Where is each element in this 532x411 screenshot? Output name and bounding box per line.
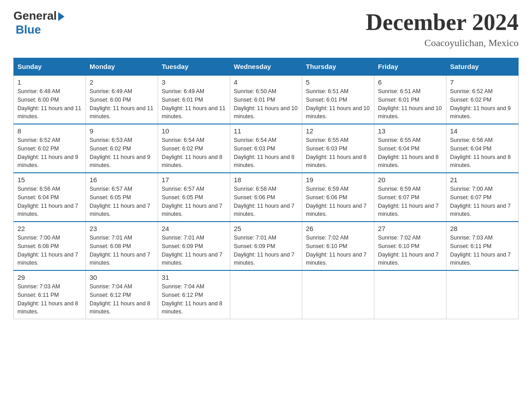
day-number: 16: [90, 176, 154, 184]
calendar-cell: 17Sunrise: 6:57 AMSunset: 6:05 PMDayligh…: [158, 173, 230, 222]
day-info: Sunrise: 7:00 AMSunset: 6:08 PMDaylight:…: [17, 234, 82, 267]
calendar-table: SundayMondayTuesdayWednesdayThursdayFrid…: [13, 58, 519, 319]
day-info: Sunrise: 7:01 AMSunset: 6:09 PMDaylight:…: [162, 234, 226, 267]
day-info: Sunrise: 6:53 AMSunset: 6:02 PMDaylight:…: [90, 136, 154, 170]
calendar-cell: 12Sunrise: 6:55 AMSunset: 6:03 PMDayligh…: [302, 124, 374, 173]
day-number: 14: [450, 127, 515, 135]
calendar-week-row: 29Sunrise: 7:03 AMSunset: 6:11 PMDayligh…: [14, 270, 519, 319]
day-number: 18: [234, 176, 298, 184]
location-subtitle: Coacoyulichan, Mexico: [366, 37, 519, 49]
day-number: 20: [378, 176, 442, 184]
day-number: 7: [450, 78, 515, 86]
column-header-saturday: Saturday: [446, 58, 519, 76]
day-info: Sunrise: 7:01 AMSunset: 6:08 PMDaylight:…: [90, 234, 154, 267]
day-number: 9: [90, 127, 154, 135]
calendar-week-row: 15Sunrise: 6:56 AMSunset: 6:04 PMDayligh…: [14, 173, 519, 222]
day-info: Sunrise: 6:51 AMSunset: 6:01 PMDaylight:…: [306, 87, 370, 121]
day-info: Sunrise: 6:57 AMSunset: 6:05 PMDaylight:…: [162, 185, 226, 218]
logo: General Blue: [13, 9, 64, 37]
calendar-cell: 1Sunrise: 6:48 AMSunset: 6:00 PMDaylight…: [14, 75, 86, 124]
main-title: December 2024: [366, 9, 519, 35]
day-info: Sunrise: 6:59 AMSunset: 6:07 PMDaylight:…: [378, 185, 442, 218]
calendar-cell: [302, 270, 374, 319]
logo-arrow-icon: [58, 12, 64, 21]
calendar-cell: 19Sunrise: 6:59 AMSunset: 6:06 PMDayligh…: [302, 173, 374, 222]
day-info: Sunrise: 7:01 AMSunset: 6:09 PMDaylight:…: [234, 234, 298, 267]
day-info: Sunrise: 6:54 AMSunset: 6:03 PMDaylight:…: [234, 136, 298, 170]
day-number: 2: [90, 78, 154, 86]
calendar-cell: 3Sunrise: 6:49 AMSunset: 6:01 PMDaylight…: [158, 75, 230, 124]
calendar-week-row: 22Sunrise: 7:00 AMSunset: 6:08 PMDayligh…: [14, 222, 519, 270]
day-number: 26: [306, 225, 370, 232]
column-header-monday: Monday: [86, 58, 158, 76]
calendar-cell: 15Sunrise: 6:56 AMSunset: 6:04 PMDayligh…: [14, 173, 86, 222]
day-number: 17: [162, 176, 226, 184]
calendar-cell: 21Sunrise: 7:00 AMSunset: 6:07 PMDayligh…: [446, 173, 519, 222]
day-number: 29: [17, 274, 82, 281]
calendar-week-row: 1Sunrise: 6:48 AMSunset: 6:00 PMDaylight…: [14, 75, 519, 124]
day-info: Sunrise: 7:04 AMSunset: 6:12 PMDaylight:…: [162, 283, 226, 316]
logo-blue-text: Blue: [16, 23, 41, 37]
day-info: Sunrise: 6:50 AMSunset: 6:01 PMDaylight:…: [234, 87, 298, 121]
day-info: Sunrise: 6:56 AMSunset: 6:04 PMDaylight:…: [450, 136, 515, 170]
calendar-cell: [446, 270, 519, 319]
day-number: 8: [17, 127, 82, 135]
column-header-tuesday: Tuesday: [158, 58, 230, 76]
day-number: 15: [17, 176, 82, 184]
calendar-cell: 6Sunrise: 6:51 AMSunset: 6:01 PMDaylight…: [374, 75, 446, 124]
day-number: 22: [17, 225, 82, 232]
day-info: Sunrise: 6:55 AMSunset: 6:03 PMDaylight:…: [306, 136, 370, 170]
calendar-cell: 11Sunrise: 6:54 AMSunset: 6:03 PMDayligh…: [230, 124, 302, 173]
day-number: 25: [234, 225, 298, 232]
day-number: 21: [450, 176, 515, 184]
day-info: Sunrise: 7:00 AMSunset: 6:07 PMDaylight:…: [450, 185, 515, 218]
column-header-friday: Friday: [374, 58, 446, 76]
calendar-cell: 30Sunrise: 7:04 AMSunset: 6:12 PMDayligh…: [86, 270, 158, 319]
calendar-cell: 8Sunrise: 6:52 AMSunset: 6:02 PMDaylight…: [14, 124, 86, 173]
calendar-cell: 9Sunrise: 6:53 AMSunset: 6:02 PMDaylight…: [86, 124, 158, 173]
day-info: Sunrise: 6:56 AMSunset: 6:04 PMDaylight:…: [17, 185, 82, 218]
day-info: Sunrise: 6:59 AMSunset: 6:06 PMDaylight:…: [306, 185, 370, 218]
calendar-cell: 25Sunrise: 7:01 AMSunset: 6:09 PMDayligh…: [230, 222, 302, 270]
day-number: 10: [162, 127, 226, 135]
page-header: General Blue December 2024 Coacoyulichan…: [13, 9, 519, 49]
day-number: 27: [378, 225, 442, 232]
day-number: 11: [234, 127, 298, 135]
day-number: 13: [378, 127, 442, 135]
calendar-cell: 13Sunrise: 6:55 AMSunset: 6:04 PMDayligh…: [374, 124, 446, 173]
day-info: Sunrise: 6:57 AMSunset: 6:05 PMDaylight:…: [90, 185, 154, 218]
day-number: 6: [378, 78, 442, 86]
column-header-wednesday: Wednesday: [230, 58, 302, 76]
day-info: Sunrise: 6:49 AMSunset: 6:01 PMDaylight:…: [162, 87, 226, 121]
title-block: December 2024 Coacoyulichan, Mexico: [366, 9, 519, 49]
calendar-cell: [230, 270, 302, 319]
day-number: 5: [306, 78, 370, 86]
day-number: 30: [90, 274, 154, 281]
day-info: Sunrise: 7:03 AMSunset: 6:11 PMDaylight:…: [17, 283, 82, 316]
calendar-cell: 18Sunrise: 6:58 AMSunset: 6:06 PMDayligh…: [230, 173, 302, 222]
day-info: Sunrise: 6:52 AMSunset: 6:02 PMDaylight:…: [450, 87, 515, 121]
calendar-cell: 29Sunrise: 7:03 AMSunset: 6:11 PMDayligh…: [14, 270, 86, 319]
column-header-thursday: Thursday: [302, 58, 374, 76]
calendar-cell: 22Sunrise: 7:00 AMSunset: 6:08 PMDayligh…: [14, 222, 86, 270]
day-number: 1: [17, 78, 82, 86]
day-info: Sunrise: 6:48 AMSunset: 6:00 PMDaylight:…: [17, 87, 82, 121]
calendar-cell: [374, 270, 446, 319]
calendar-week-row: 8Sunrise: 6:52 AMSunset: 6:02 PMDaylight…: [14, 124, 519, 173]
calendar-header-row: SundayMondayTuesdayWednesdayThursdayFrid…: [14, 58, 519, 76]
day-info: Sunrise: 6:49 AMSunset: 6:00 PMDaylight:…: [90, 87, 154, 121]
calendar-cell: 24Sunrise: 7:01 AMSunset: 6:09 PMDayligh…: [158, 222, 230, 270]
calendar-cell: 4Sunrise: 6:50 AMSunset: 6:01 PMDaylight…: [230, 75, 302, 124]
column-header-sunday: Sunday: [14, 58, 86, 76]
calendar-cell: 20Sunrise: 6:59 AMSunset: 6:07 PMDayligh…: [374, 173, 446, 222]
day-info: Sunrise: 7:02 AMSunset: 6:10 PMDaylight:…: [306, 234, 370, 267]
day-info: Sunrise: 6:52 AMSunset: 6:02 PMDaylight:…: [17, 136, 82, 170]
day-info: Sunrise: 6:55 AMSunset: 6:04 PMDaylight:…: [378, 136, 442, 170]
day-number: 12: [306, 127, 370, 135]
calendar-cell: 7Sunrise: 6:52 AMSunset: 6:02 PMDaylight…: [446, 75, 519, 124]
calendar-cell: 26Sunrise: 7:02 AMSunset: 6:10 PMDayligh…: [302, 222, 374, 270]
calendar-cell: 10Sunrise: 6:54 AMSunset: 6:02 PMDayligh…: [158, 124, 230, 173]
calendar-cell: 14Sunrise: 6:56 AMSunset: 6:04 PMDayligh…: [446, 124, 519, 173]
calendar-cell: 28Sunrise: 7:03 AMSunset: 6:11 PMDayligh…: [446, 222, 519, 270]
calendar-cell: 5Sunrise: 6:51 AMSunset: 6:01 PMDaylight…: [302, 75, 374, 124]
